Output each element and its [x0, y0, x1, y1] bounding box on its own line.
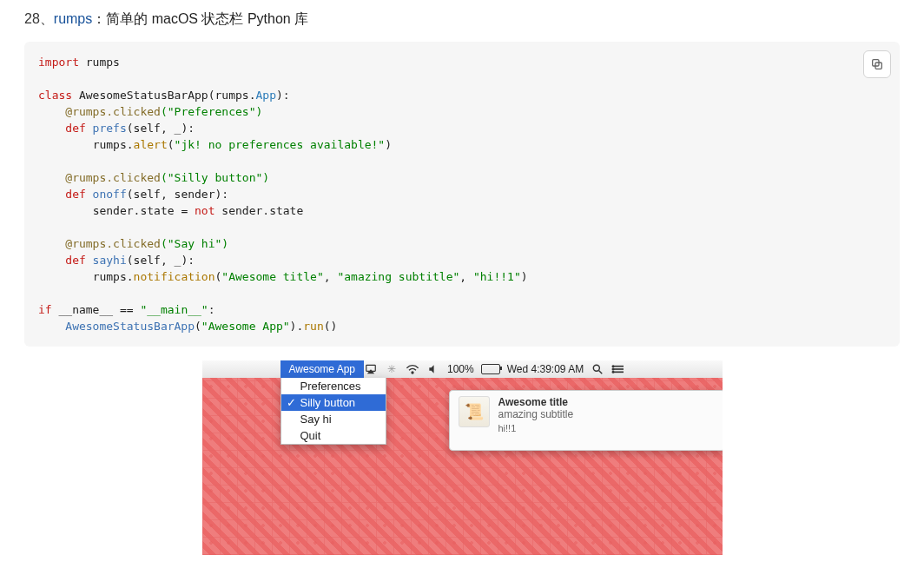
screenshot-bg: Awesome App ✳ 100% Wed 4:39:09 AM Prefer…	[202, 360, 723, 555]
heading-description: ：简单的 macOS 状态栏 Python 库	[92, 11, 308, 26]
kw-def: def	[65, 122, 85, 135]
notification-app-icon: 📜	[459, 396, 490, 427]
class-App: App	[255, 89, 275, 102]
notification-center-icon[interactable]	[611, 362, 625, 376]
menubar-clock: Wed 4:39:09 AM	[507, 363, 584, 375]
svg-marker-5	[429, 365, 433, 373]
battery-icon[interactable]	[481, 364, 500, 374]
notification-message: hi!!1	[498, 422, 574, 434]
notification-subtitle: amazing subtitle	[498, 408, 574, 420]
rumps-link[interactable]: rumps	[54, 11, 92, 26]
macos-menubar: Awesome App ✳ 100% Wed 4:39:09 AM	[202, 360, 723, 378]
code-block: import rumps class AwesomeStatusBarApp(r…	[24, 42, 900, 347]
airplay-icon[interactable]	[364, 362, 378, 376]
menu-item-silly-button[interactable]: Silly button	[281, 394, 386, 411]
wifi-icon[interactable]	[406, 362, 419, 376]
copy-icon	[870, 57, 884, 71]
notification-title: Awesome title	[498, 396, 574, 408]
heading-number: 28、	[24, 11, 54, 26]
kw-if: if	[38, 303, 52, 316]
svg-point-4	[412, 372, 413, 373]
svg-point-13	[613, 372, 614, 373]
menu-item-preferences[interactable]: Preferences	[281, 378, 386, 394]
section-heading: 28、rumps：简单的 macOS 状态栏 Python 库	[24, 9, 900, 30]
screenshot-figure: Awesome App ✳ 100% Wed 4:39:09 AM Prefer…	[202, 360, 723, 555]
svg-marker-3	[368, 370, 373, 373]
menu-item-quit[interactable]: Quit	[281, 427, 386, 444]
copy-button[interactable]	[863, 50, 891, 78]
spotlight-search-icon[interactable]	[591, 362, 604, 376]
volume-icon[interactable]	[426, 362, 440, 376]
statusbar-dropdown: Preferences Silly button Say hi Quit	[280, 378, 386, 445]
svg-point-6	[594, 365, 600, 371]
notification-banner[interactable]: 📜 Awesome title amazing subtitle hi!!1	[449, 390, 723, 451]
kw-import: import	[38, 56, 79, 69]
menu-item-say-hi[interactable]: Say hi	[281, 411, 386, 427]
bluetooth-icon[interactable]: ✳	[385, 362, 399, 376]
decorator: @rumps	[65, 105, 106, 118]
battery-percent: 100%	[447, 363, 474, 375]
kw-class: class	[38, 89, 72, 102]
svg-line-7	[599, 371, 603, 374]
svg-point-12	[613, 368, 614, 369]
svg-point-11	[613, 366, 614, 367]
statusbar-app-title[interactable]: Awesome App	[280, 360, 365, 378]
